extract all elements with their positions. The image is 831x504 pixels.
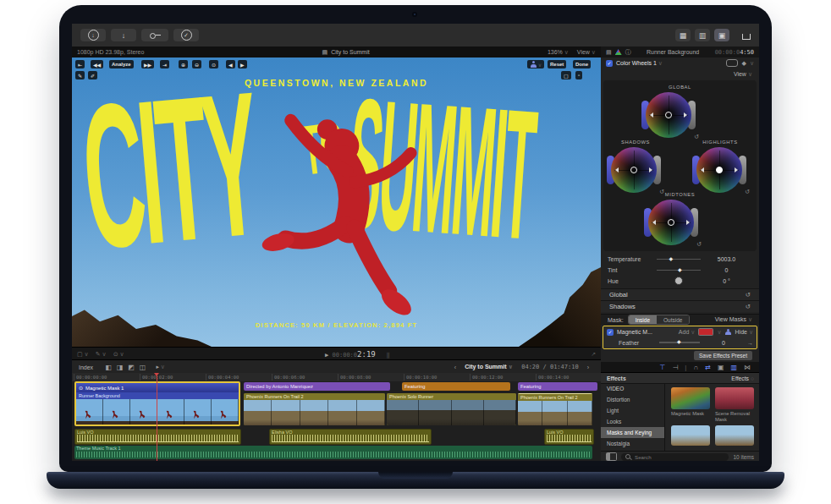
temperature-slider[interactable]: ◆ (657, 259, 701, 260)
share-button[interactable] (739, 29, 754, 41)
hue-value[interactable]: 0 ° (701, 278, 752, 284)
timeline-project-dropdown[interactable]: City to Summit ∨ (465, 364, 513, 370)
runner-background-clip-label[interactable]: Runner Background (76, 392, 239, 399)
crop-overlay-button[interactable]: ▢ (561, 71, 571, 79)
effect-thumbnail[interactable] (715, 425, 754, 446)
mask-inside-tab[interactable]: Inside (629, 315, 657, 324)
audio-clip[interactable]: Luis VO (544, 429, 594, 445)
music-clip[interactable]: Theme Music Track 1 (74, 446, 592, 459)
video-clip[interactable]: Phoenix Solo Runner (387, 393, 516, 425)
timeline-view-button[interactable]: ▣ (714, 29, 729, 41)
effects-settings-icon[interactable]: ○ (751, 375, 754, 381)
reset-button[interactable]: Reset (548, 60, 566, 68)
effect-options-chevron[interactable]: ∨ (750, 60, 754, 67)
view-masks-dropdown[interactable]: View Masks ∨ (715, 316, 752, 323)
swap-edit-icon[interactable]: ⇄ (705, 364, 711, 371)
export-button[interactable]: ↓ (111, 29, 136, 41)
effect-thumbnail[interactable] (671, 425, 710, 446)
tint-slider[interactable]: ◆ (657, 270, 701, 271)
analyze-button[interactable]: Analyze (109, 60, 134, 68)
wheel-puck[interactable] (716, 167, 723, 173)
info-inspector-icon[interactable]: ⓘ (625, 48, 631, 57)
erase-tool-button[interactable]: ✐ (88, 71, 97, 79)
effect-enabled-checkbox[interactable]: ✓ (606, 60, 613, 67)
overwrite-clip-icon[interactable]: ◫ (140, 364, 146, 371)
audio-monitor-icon[interactable]: ∩ (693, 364, 698, 371)
tool-selector[interactable]: ▸ ∨ (156, 364, 165, 370)
effect-title-dropdown[interactable]: Color Wheels 1 ∨ (616, 60, 663, 67)
clip-appearance-button[interactable]: ▢ ∨ (77, 351, 89, 358)
target-button[interactable]: ⊙ (209, 60, 218, 68)
effects-category[interactable]: Light (601, 405, 664, 416)
mini-overlay-button[interactable]: ▫ (575, 71, 582, 79)
global-color-wheel[interactable]: ↺ (646, 92, 691, 138)
index-button[interactable]: Index (79, 364, 93, 370)
insert-clip-icon[interactable]: ◨ (117, 364, 124, 371)
title-clip[interactable]: Directed by Antonio Manriquez (244, 382, 390, 391)
keyframe-next-icon[interactable]: → (747, 340, 753, 346)
title-clip[interactable]: Featuring (518, 382, 597, 391)
midtones-color-wheel[interactable]: ↺ (648, 200, 694, 245)
fast-forward-button[interactable]: ▶▶ (141, 60, 154, 68)
keyword-editor-button[interactable] (141, 29, 168, 41)
title-clip[interactable]: Featuring (402, 382, 510, 391)
global-section-row[interactable]: Global ↺ (601, 288, 759, 300)
mask-hide-dropdown[interactable]: Hide ∨ (735, 329, 753, 336)
color-mask-icon[interactable] (726, 59, 738, 67)
audio-clip[interactable]: Luis VO (74, 429, 241, 445)
zoom-out-button[interactable]: ⊖ (192, 60, 201, 68)
rewind-button[interactable]: ◀◀ (91, 60, 103, 68)
feather-slider[interactable]: ◆ (659, 342, 700, 343)
keyframe-diamond-icon[interactable]: ◆ (741, 60, 746, 67)
connect-clip-icon[interactable]: ◧ (105, 364, 112, 371)
subject-icon[interactable] (725, 329, 732, 336)
mask-color-swatch[interactable] (698, 328, 713, 336)
prev-frame-button[interactable]: ◀ (226, 60, 235, 68)
tint-value[interactable]: 0 (701, 267, 752, 273)
audio-clip[interactable]: Elisha VO (269, 429, 432, 445)
shadows-color-wheel[interactable]: ↺ (611, 147, 657, 193)
save-effects-preset-button[interactable]: Save Effects Preset (694, 351, 752, 360)
clip-filmstrip[interactable] (76, 399, 239, 425)
temperature-value[interactable]: 5003.0 (701, 256, 752, 262)
tools-button[interactable]: ✎ ∨ (96, 351, 107, 358)
wheel-puck[interactable] (668, 219, 674, 226)
effects-browser-icon[interactable]: ▥ (730, 364, 737, 371)
selected-clip-magnetic-mask[interactable]: ⊙ Magnetic Mask 1 Runner Background (74, 381, 240, 426)
effects-search[interactable] (621, 453, 729, 461)
wheels-view-dropdown[interactable]: View ∨ (734, 71, 752, 78)
mask-outside-tab[interactable]: Outside (657, 315, 689, 324)
next-project-button[interactable]: › (587, 364, 589, 370)
wheel-puck[interactable] (665, 112, 672, 118)
effects-category[interactable]: Looks (601, 416, 664, 427)
go-to-start-button[interactable]: ⇤ (75, 60, 85, 68)
background-tasks-button[interactable]: ✓ (173, 29, 199, 41)
section-reset-icon[interactable]: ↺ (746, 303, 751, 310)
mask-enabled-checkbox[interactable]: ✓ (607, 329, 614, 336)
browser-view-button[interactable]: ▦ (675, 29, 691, 41)
playhead[interactable] (157, 373, 157, 461)
video-inspector-icon[interactable]: ▤ (606, 49, 612, 56)
effects-category-selected[interactable]: Masks and Keying (601, 427, 664, 438)
video-clip[interactable]: Phoenix Runners On Trail 2 (244, 393, 385, 425)
feather-value[interactable]: 0 (705, 340, 742, 346)
fullscreen-button[interactable]: ↗ (591, 351, 596, 358)
shadows-section-row[interactable]: Shadows ↺ (601, 300, 759, 312)
mask-add-dropdown[interactable]: Add ∨ (679, 329, 696, 336)
prev-project-button[interactable]: ‹ (454, 364, 456, 370)
trim-tool-icon[interactable]: ⊤ (659, 364, 665, 371)
color-inspector-icon[interactable] (615, 49, 622, 55)
highlights-color-wheel[interactable]: ↺ (696, 147, 742, 193)
import-media-button[interactable]: ↓ (80, 29, 106, 41)
search-input[interactable] (633, 453, 724, 461)
effect-thumbnail-magnetic-mask[interactable] (671, 387, 710, 409)
next-frame-button[interactable]: ▶ (238, 60, 247, 68)
effects-category[interactable]: Nostalgia (601, 438, 664, 449)
sidebar-toggle-icon[interactable] (606, 452, 617, 461)
subject-picker-button[interactable]: ∨ (527, 60, 544, 68)
viewer-canvas[interactable]: QUEENSTOWN, NEW ZEALAND CITY TO SUMMIT (72, 58, 601, 347)
append-clip-icon[interactable]: ◩ (128, 364, 135, 371)
hue-knob[interactable] (657, 277, 701, 286)
effect-thumbnail-scene-removal[interactable] (715, 387, 754, 409)
go-to-end-button[interactable]: ⇥ (160, 60, 169, 68)
